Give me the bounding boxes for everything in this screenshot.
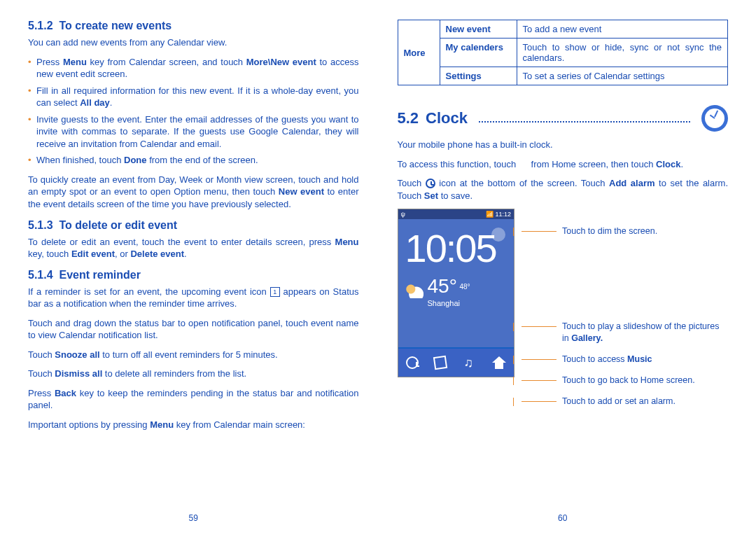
para: You can add new events from any Calendar… xyxy=(28,36,359,49)
weather-city: Shanghai xyxy=(428,299,470,307)
table-key: My calenders xyxy=(440,39,517,67)
annot-home: Touch to go back to Home screen. xyxy=(522,375,728,386)
section-number: 5.2 xyxy=(398,109,419,127)
phone-statusbar: ψ 📶 11:12 xyxy=(398,209,514,219)
weather-temp-alt: 48° xyxy=(459,283,470,291)
page-left: 5.1.2 To create new events You can add n… xyxy=(28,20,359,537)
table-val: To add a new event xyxy=(517,20,728,39)
para: Touch icon at the bottom of the screen. … xyxy=(398,177,729,202)
para: To access this function, touch from Home… xyxy=(398,158,729,171)
weather-icon xyxy=(405,284,424,298)
phone-dock xyxy=(398,349,514,377)
usb-icon: ψ xyxy=(401,211,405,218)
annot-dim: Touch to dim the screen. xyxy=(522,225,728,237)
dock-gallery-icon[interactable] xyxy=(433,356,447,370)
dock-music-icon[interactable] xyxy=(462,356,476,370)
calendar-icon: 1 xyxy=(270,287,280,297)
options-table: More New event To add a new event My cal… xyxy=(398,20,729,85)
page-right: More New event To add a new event My cal… xyxy=(398,20,729,537)
para: To delete or edit an event, touch the ev… xyxy=(28,236,359,260)
alarm-icon xyxy=(426,179,435,188)
weather-widget: 45° 48° Shanghai xyxy=(405,275,507,307)
table-key: New event xyxy=(440,20,517,39)
dotted-leader xyxy=(479,114,690,123)
table-side: More xyxy=(398,20,440,85)
heading-514: 5.1.4 Event reminder xyxy=(28,269,359,281)
annot-music: Touch to access Music xyxy=(522,354,728,365)
para: Your mobile phone has a built-in clock. xyxy=(398,139,729,151)
para: Press Back key to keep the reminders pen… xyxy=(28,387,359,412)
dock-alarm-icon[interactable] xyxy=(406,356,419,369)
apps-grid-icon xyxy=(519,160,528,169)
status-time: 11:12 xyxy=(495,211,511,218)
section-title: Clock xyxy=(426,109,468,127)
clock-icon xyxy=(701,105,728,132)
table-key: Settings xyxy=(440,67,517,85)
para: Touch and drag down the status bar to op… xyxy=(28,317,359,342)
para: If a reminder is set for an event, the u… xyxy=(28,286,359,310)
dock-home-icon[interactable] xyxy=(492,356,506,369)
heading-512: 5.1.2 To create new events xyxy=(28,20,359,32)
annotations: Touch to dim the screen. Touch to play a… xyxy=(522,209,728,417)
table-val: Touch to show or hide, sync or not sync … xyxy=(517,39,728,67)
annot-alarm: Touch to add or set an alarm. xyxy=(522,396,728,407)
para: Touch Dismiss all to delete all reminder… xyxy=(28,368,359,380)
weather-temp: 45° xyxy=(428,275,457,297)
annot-gallery: Touch to play a slideshow of the picture… xyxy=(522,321,728,344)
bullet-list: Press Menu key from Calendar screen, and… xyxy=(28,56,359,167)
page-number-left: 59 xyxy=(189,513,198,523)
para: To quickly create an event from Day, Wee… xyxy=(28,174,359,211)
table-val: To set a series of Calendar settings xyxy=(517,67,728,85)
signal-icon: 📶 xyxy=(486,211,496,218)
heading-513: 5.1.3 To delete or edit event xyxy=(28,219,359,232)
phone-mockup: ψ 📶 11:12 10:05 45° 48° Shanghai xyxy=(398,209,514,377)
para: Touch Snooze all to turn off all event r… xyxy=(28,349,359,361)
section-heading-52: 5.2 Clock xyxy=(398,105,729,132)
para: Important options by pressing Menu key f… xyxy=(28,419,359,431)
page-number-right: 60 xyxy=(558,513,567,523)
phone-illustration-area: ψ 📶 11:12 10:05 45° 48° Shanghai xyxy=(398,209,729,417)
